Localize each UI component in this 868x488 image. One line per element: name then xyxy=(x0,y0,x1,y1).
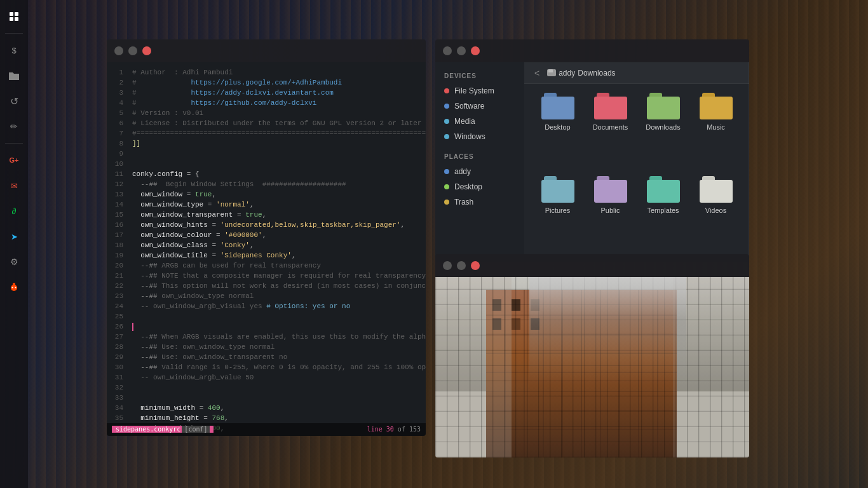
code-minimize-btn[interactable] xyxy=(114,46,123,55)
fm-item-addy[interactable]: addy xyxy=(435,164,524,179)
fm-item-trash[interactable]: Trash xyxy=(435,194,524,210)
svg-rect-2 xyxy=(10,17,13,21)
fm-breadcrumb-user: addy xyxy=(559,69,575,78)
svg-rect-1 xyxy=(15,12,18,16)
code-close-btn[interactable] xyxy=(142,46,151,55)
img-maximize-btn[interactable] xyxy=(457,261,466,270)
sidebar-icon-folder[interactable] xyxy=(3,64,25,87)
fm-folder-music-icon xyxy=(700,93,733,119)
svg-point-5 xyxy=(13,283,15,285)
fm-folder-body xyxy=(594,180,627,203)
status-file-label: sidepanes.conkyrc[conf] xyxy=(112,426,214,433)
fm-folder-documents-label: Documents xyxy=(593,123,628,131)
fm-folder-downloads-label: Downloads xyxy=(646,123,680,131)
code-maximize-btn[interactable] xyxy=(128,46,137,55)
fm-folder-desktop-label: Desktop xyxy=(545,123,570,131)
building-image xyxy=(435,277,749,458)
sidebar-icon-settings[interactable]: ⚙ xyxy=(3,250,25,273)
img-titlebar xyxy=(435,254,749,277)
sidebar-icon-send[interactable]: ➤ xyxy=(3,225,25,248)
fm-folder-documents[interactable]: Documents xyxy=(587,93,634,170)
fm-folder-pictures-label: Pictures xyxy=(545,207,571,214)
fm-places-label: PLACES xyxy=(435,151,524,163)
sidebar-icon-dollar[interactable]: $ xyxy=(3,39,25,62)
fm-folder-templates-icon xyxy=(647,176,680,203)
fm-folder-body xyxy=(647,97,680,119)
code-statusbar: sidepanes.conkyrc[conf] line 30 of 153 xyxy=(107,423,426,436)
file-manager-window: DEVICES File System Software Media Windo… xyxy=(435,39,749,262)
fm-item-desktop-label: Desktop xyxy=(454,182,482,191)
fm-folder-pictures-icon xyxy=(541,176,574,203)
svg-rect-0 xyxy=(10,12,13,16)
line-numbers: 12345 678910 1112131415 1617181920 21222… xyxy=(107,62,127,436)
fm-folder-desktop[interactable]: Desktop xyxy=(534,93,581,170)
fm-item-trash-label: Trash xyxy=(454,198,473,207)
fm-folder-videos[interactable]: Videos xyxy=(693,176,739,253)
fm-dot-desktop xyxy=(444,184,449,189)
fm-item-filesystem-label: File System xyxy=(454,86,494,95)
sidebar-divider-2 xyxy=(5,143,23,144)
svg-rect-3 xyxy=(15,17,18,21)
fm-devices-label: DEVICES xyxy=(435,70,524,82)
fm-folder-body xyxy=(541,180,574,203)
fm-item-media-label: Media xyxy=(454,117,475,126)
img-content xyxy=(435,277,749,458)
svg-point-7 xyxy=(15,287,17,288)
fm-item-windows[interactable]: Windows xyxy=(435,129,524,144)
sidebar: $ ↺ ✏ G+ ✉ ∂ ➤ ⚙ xyxy=(0,0,28,488)
fm-maximize-btn[interactable] xyxy=(457,46,466,55)
fm-dot-addy xyxy=(444,169,449,174)
code-editor-titlebar xyxy=(107,39,426,62)
img-close-btn[interactable] xyxy=(471,261,480,270)
fm-folder-downloads[interactable]: Downloads xyxy=(640,93,686,170)
fm-folder-public[interactable]: Public xyxy=(587,176,634,253)
fm-folder-templates-label: Templates xyxy=(647,207,679,214)
fm-back-btn[interactable]: < xyxy=(531,67,543,79)
svg-rect-28 xyxy=(512,299,520,311)
fm-minimize-btn[interactable] xyxy=(443,46,452,55)
fm-item-software-label: Software xyxy=(454,102,484,111)
sidebar-icon-gmail[interactable]: ✉ xyxy=(3,174,25,197)
svg-rect-27 xyxy=(492,299,501,311)
fm-folder-music[interactable]: Music xyxy=(693,93,739,170)
fm-item-software[interactable]: Software xyxy=(435,98,524,114)
code-content[interactable]: 12345 678910 1112131415 1617181920 21222… xyxy=(107,62,426,436)
svg-rect-8 xyxy=(435,277,749,458)
sidebar-icon-grid[interactable] xyxy=(3,5,25,28)
svg-point-4 xyxy=(11,285,17,291)
sidebar-icon-reddit[interactable] xyxy=(3,276,25,299)
sidebar-divider-1 xyxy=(5,33,23,34)
image-viewer-window xyxy=(435,254,749,458)
fm-breadcrumb-folder: Downloads xyxy=(578,69,615,78)
sidebar-icon-deviantart[interactable]: ∂ xyxy=(3,200,25,222)
fm-dot-media xyxy=(444,119,449,124)
fm-folder-desktop-icon xyxy=(541,93,574,119)
fm-dot-filesystem xyxy=(444,88,449,93)
sidebar-icon-googleplus[interactable]: G+ xyxy=(3,149,25,172)
fm-close-btn[interactable] xyxy=(471,46,480,55)
fm-files-grid: Desktop Documents Downloads xyxy=(524,84,749,262)
fm-folder-body xyxy=(647,180,680,203)
fm-item-media[interactable]: Media xyxy=(435,114,524,129)
fm-folder-public-label: Public xyxy=(601,207,620,214)
svg-rect-29 xyxy=(531,299,539,311)
fm-breadcrumb: addy Downloads xyxy=(547,69,615,78)
fm-folder-downloads-icon xyxy=(647,93,680,119)
fm-main-area: < addy Downloads Desktop xyxy=(524,62,749,262)
fm-folder-templates[interactable]: Templates xyxy=(640,176,686,253)
fm-dot-trash xyxy=(444,200,449,205)
fm-dot-software xyxy=(444,104,449,109)
img-minimize-btn[interactable] xyxy=(443,261,452,270)
svg-rect-30 xyxy=(492,318,501,330)
fm-folder-pictures[interactable]: Pictures xyxy=(534,176,581,253)
fm-item-desktop[interactable]: Desktop xyxy=(435,179,524,194)
code-text-area[interactable]: # Author : Adhi Pambudi # https://plus.g… xyxy=(127,62,426,436)
status-filename: sidepanes.conkyrc[conf] xyxy=(112,424,214,435)
sidebar-icon-edit[interactable]: ✏ xyxy=(3,115,25,138)
svg-point-6 xyxy=(12,287,13,288)
fm-folder-music-label: Music xyxy=(707,123,725,131)
fm-folder-public-icon xyxy=(594,176,627,203)
fm-item-windows-label: Windows xyxy=(454,132,485,141)
fm-item-filesystem[interactable]: File System xyxy=(435,83,524,98)
sidebar-icon-refresh[interactable]: ↺ xyxy=(3,90,25,112)
